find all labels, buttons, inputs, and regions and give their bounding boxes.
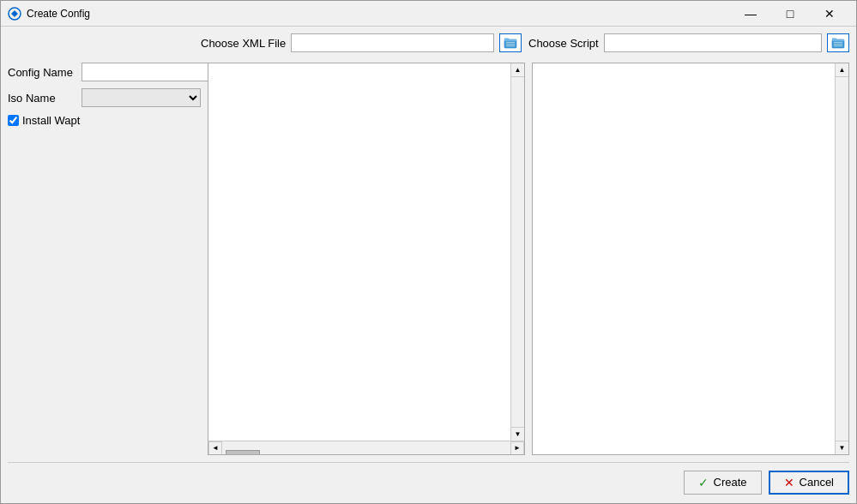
title-bar: Create Config — □ ✕ <box>1 1 856 27</box>
panels-row: Config Name Iso Name Install Wapt <box>8 63 849 455</box>
script-scrollbar-v[interactable]: ▲ ▼ <box>835 63 848 454</box>
create-button[interactable]: ✓ Create <box>684 471 762 495</box>
top-row: Choose XML File Choose Script <box>8 33 849 56</box>
svg-rect-8 <box>834 45 842 46</box>
maximize-button[interactable]: □ <box>770 1 810 27</box>
cancel-label: Cancel <box>800 476 834 489</box>
window-title: Create Config <box>27 8 731 20</box>
svg-rect-3 <box>506 44 515 45</box>
check-icon: ✓ <box>698 476 709 489</box>
xml-scroll-down-btn[interactable]: ▼ <box>511 427 525 441</box>
svg-rect-4 <box>506 45 515 46</box>
iso-name-select[interactable] <box>81 88 201 107</box>
minimize-button[interactable]: — <box>731 1 770 27</box>
script-label: Choose Script <box>528 37 599 50</box>
x-icon: ✕ <box>784 476 794 489</box>
xml-browse-button[interactable] <box>499 33 522 52</box>
script-input[interactable] <box>604 33 822 52</box>
script-folder-icon <box>831 36 845 50</box>
install-wapt-label: Install Wapt <box>22 114 80 127</box>
folder-icon <box>504 36 517 50</box>
xml-scroll-left-btn[interactable]: ◄ <box>208 441 222 455</box>
svg-rect-6 <box>834 42 842 43</box>
xml-textarea[interactable] <box>208 63 510 441</box>
create-label: Create <box>714 476 747 489</box>
xml-content-panel: ▲ ▼ ◄ ► <box>208 63 525 455</box>
xml-scrollbar-v[interactable]: ▲ ▼ <box>510 63 524 441</box>
xml-file-label: Choose XML File <box>201 37 286 50</box>
cancel-button[interactable]: ✕ Cancel <box>769 471 849 495</box>
window-body: Choose XML File Choose Script <box>1 27 856 503</box>
script-scroll-area: ▲ ▼ <box>533 63 848 454</box>
install-wapt-row: Install Wapt <box>8 114 201 127</box>
iso-name-label: Iso Name <box>8 92 76 105</box>
main-window: Create Config — □ ✕ Choose XML File <box>0 0 857 504</box>
script-browse-button[interactable] <box>827 33 849 52</box>
close-button[interactable]: ✕ <box>810 1 849 27</box>
xml-scroll-up-btn[interactable]: ▲ <box>511 63 525 77</box>
xml-scroll-area: ▲ ▼ <box>208 63 524 441</box>
script-content-panel: ▲ ▼ <box>532 63 849 455</box>
script-header: Choose Script <box>528 33 849 52</box>
script-scroll-down-btn[interactable]: ▼ <box>836 441 849 454</box>
app-icon <box>8 7 21 21</box>
svg-rect-7 <box>834 44 842 45</box>
script-scroll-up-btn[interactable]: ▲ <box>836 63 849 77</box>
config-name-label: Config Name <box>8 66 76 79</box>
config-name-row: Config Name <box>8 63 201 81</box>
iso-name-row: Iso Name <box>8 88 201 107</box>
footer: ✓ Create ✕ Cancel <box>8 462 849 496</box>
xml-file-input[interactable] <box>291 33 494 52</box>
left-sidebar: Config Name Iso Name Install Wapt <box>8 63 201 455</box>
xml-scrollbar-h: ◄ ► <box>208 441 524 454</box>
xml-scroll-right-btn[interactable]: ► <box>510 441 524 455</box>
window-controls: — □ ✕ <box>731 1 849 27</box>
xml-scroll-h-thumb[interactable] <box>226 450 260 456</box>
svg-rect-2 <box>506 42 515 43</box>
install-wapt-checkbox[interactable] <box>8 115 19 126</box>
script-textarea[interactable] <box>533 63 835 454</box>
xml-header: Choose XML File <box>201 33 522 52</box>
